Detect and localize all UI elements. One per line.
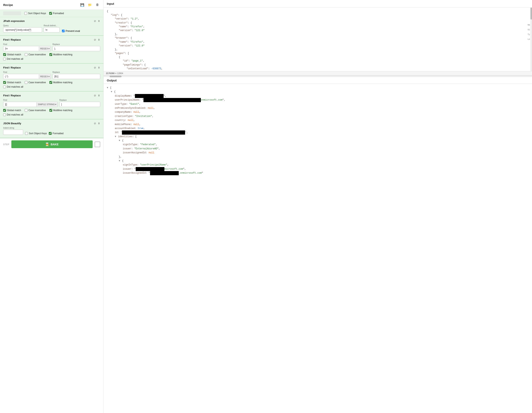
hint-ty: Ty	[528, 33, 530, 36]
input-line: "log": {	[107, 13, 529, 17]
jpath-prevent-eval-checkbox[interactable]	[62, 30, 65, 32]
jpath-prevent-eval[interactable]: Prevent eval	[62, 29, 80, 32]
redacted-issuer-id	[150, 171, 179, 175]
jb-sort-checkbox[interactable]	[25, 132, 28, 135]
fr2-case-checkbox[interactable]	[25, 81, 28, 84]
top-formatted[interactable]: Formatted	[49, 12, 64, 15]
input-line: "onLoad": -638786	[107, 71, 529, 71]
input-scrollbar[interactable]	[530, 8, 532, 71]
fr2-find-input[interactable]	[3, 74, 39, 79]
jpath-section-icons: ⊘ ⏸	[94, 19, 100, 22]
fr1-checkboxes: Global match Case insensitive Multiline …	[3, 53, 100, 56]
output-pane[interactable]: ▼ [ ▼ { displayName: " ", userPrincipalN…	[104, 84, 532, 413]
bake-square-button[interactable]	[95, 141, 100, 147]
fr3-find-input[interactable]	[3, 102, 37, 107]
jpath-query-input[interactable]	[3, 27, 42, 32]
jpath-disable-icon[interactable]: ⊘	[94, 19, 96, 22]
step-label: STEP	[3, 143, 9, 146]
fr1-pause-icon[interactable]: ⏸	[98, 38, 100, 41]
bake-button[interactable]: 👨‍🍳 BAKE	[11, 141, 93, 148]
fr3-multiline-checkbox[interactable]	[49, 109, 52, 112]
fr1-multiline-checkbox[interactable]	[49, 53, 52, 56]
fr2-mode-chevron: ▾	[48, 75, 50, 78]
fr3-global-checkbox[interactable]	[3, 109, 6, 112]
fr2-dot-matches[interactable]: Dot matches all	[3, 85, 100, 88]
find-replace-2-section: Find / Replace ⊘ ⏸ Find REGEX ▾ Replace	[0, 64, 104, 92]
fr1-case-checkbox[interactable]	[25, 53, 28, 56]
bake-label: BAKE	[51, 143, 58, 146]
fr1-find-input[interactable]	[3, 46, 39, 51]
jb-disable-icon[interactable]: ⊘	[94, 122, 96, 125]
input-scrollbar-thumb[interactable]	[530, 8, 532, 19]
fr2-inputs-row: Find REGEX ▾ Replace	[3, 71, 100, 79]
jb-sort-object-keys[interactable]: Sort Object Keys	[25, 132, 47, 135]
fr2-disable-icon[interactable]: ⊘	[94, 66, 96, 69]
jb-pause-icon[interactable]: ⏸	[98, 122, 100, 125]
fr3-dot-matches[interactable]: Dot matches all	[3, 113, 100, 116]
right-panel: Input { "log": { "version": "1.2", "crea…	[104, 0, 532, 413]
fr3-case-insensitive[interactable]: Case insensitive	[25, 109, 46, 112]
input-line: "name": "Firefox",	[107, 40, 529, 44]
fr2-icons: ⊘ ⏸	[94, 66, 100, 69]
output-label-bar: Output	[104, 77, 532, 84]
jb-formatted-checkbox[interactable]	[49, 132, 52, 135]
input-line: "browser": {	[107, 36, 529, 40]
fr2-multiline-checkbox[interactable]	[49, 81, 52, 84]
fr2-find-label: Find	[3, 71, 51, 73]
fr1-disable-icon[interactable]: ⊘	[94, 38, 96, 41]
fr2-mode-badge[interactable]: REGEX ▾	[39, 75, 51, 79]
jpath-section: JPath expression ⊘ ⏸ Query Result delimi…	[0, 17, 104, 36]
fr3-pause-icon[interactable]: ⏸	[98, 94, 100, 97]
input-pane[interactable]: { "log": { "version": "1.2", "creator": …	[104, 8, 532, 71]
fr2-dot-checkbox[interactable]	[3, 86, 6, 88]
fr3-replace-input[interactable]	[59, 102, 100, 107]
fr2-global-match[interactable]: Global match	[3, 81, 21, 84]
fr1-global-match[interactable]: Global match	[3, 53, 21, 56]
top-sort-checkbox[interactable]	[24, 12, 27, 15]
jb-formatted[interactable]: Formatted	[49, 132, 64, 135]
jb-indent-input[interactable]	[3, 130, 23, 135]
input-line: "version": "1.2",	[107, 17, 529, 21]
input-content: { "log": { "version": "1.2", "creator": …	[107, 9, 529, 71]
fr2-replace-input[interactable]	[53, 74, 100, 79]
fr1-multiline[interactable]: Multiline matching	[49, 53, 72, 56]
input-horiz-thumb[interactable]	[110, 76, 122, 77]
fr1-case-insensitive[interactable]: Case insensitive	[25, 53, 46, 56]
top-sort-object-keys[interactable]: Sort Object Keys	[24, 12, 46, 15]
output-content: ▼ [ ▼ { displayName: " ", userPrincipalN…	[107, 86, 529, 175]
fr2-global-checkbox[interactable]	[3, 81, 6, 84]
fr2-case-insensitive[interactable]: Case insensitive	[25, 81, 46, 84]
fr1-mode-badge[interactable]: REGEX ▾	[39, 47, 51, 51]
input-horiz-scroll[interactable]	[104, 75, 532, 77]
input-header: Input	[104, 0, 532, 8]
fr3-dot-checkbox[interactable]	[3, 113, 6, 116]
fr2-find-input-wrap: REGEX ▾	[3, 74, 51, 79]
fr3-disable-icon[interactable]: ⊘	[94, 94, 96, 97]
fr1-header: Find / Replace ⊘ ⏸	[3, 38, 100, 41]
output-line: ▼ {	[107, 90, 529, 94]
fr3-multiline[interactable]: Multiline matching	[49, 109, 72, 112]
fr3-replace-group: Replace	[59, 99, 100, 107]
jpath-pause-icon[interactable]: ⏸	[98, 19, 100, 22]
fr1-replace-input[interactable]	[53, 46, 100, 51]
jpath-delimit-input[interactable]	[44, 27, 60, 32]
fr3-mode-badge[interactable]: SIMPLE STRING ▾	[37, 102, 57, 106]
fr1-global-checkbox[interactable]	[3, 53, 6, 56]
redacted-issuer	[136, 167, 164, 171]
left-panel: Recipe 💾 📁 🗑 Sort Object Keys Formatted …	[0, 0, 104, 413]
fr2-multiline[interactable]: Multiline matching	[49, 81, 72, 84]
fr3-global-match[interactable]: Global match	[3, 109, 21, 112]
delete-icon[interactable]: 🗑	[95, 2, 100, 8]
fr1-dot-checkbox[interactable]	[3, 58, 6, 60]
output-line: issuerAssignedId: null	[107, 151, 529, 155]
save-icon[interactable]: 💾	[79, 2, 85, 8]
folder-icon[interactable]: 📁	[87, 2, 93, 8]
hint-lo: Lo	[528, 38, 530, 41]
fr2-pause-icon[interactable]: ⏸	[98, 66, 100, 69]
top-formatted-checkbox[interactable]	[49, 12, 52, 15]
fr3-case-checkbox[interactable]	[25, 109, 28, 112]
fr1-mode-chevron: ▾	[48, 47, 50, 50]
fr2-title: Find / Replace	[3, 66, 21, 69]
fr2-replace-group: Replace	[53, 71, 100, 79]
fr1-dot-matches[interactable]: Dot matches all	[3, 57, 100, 60]
